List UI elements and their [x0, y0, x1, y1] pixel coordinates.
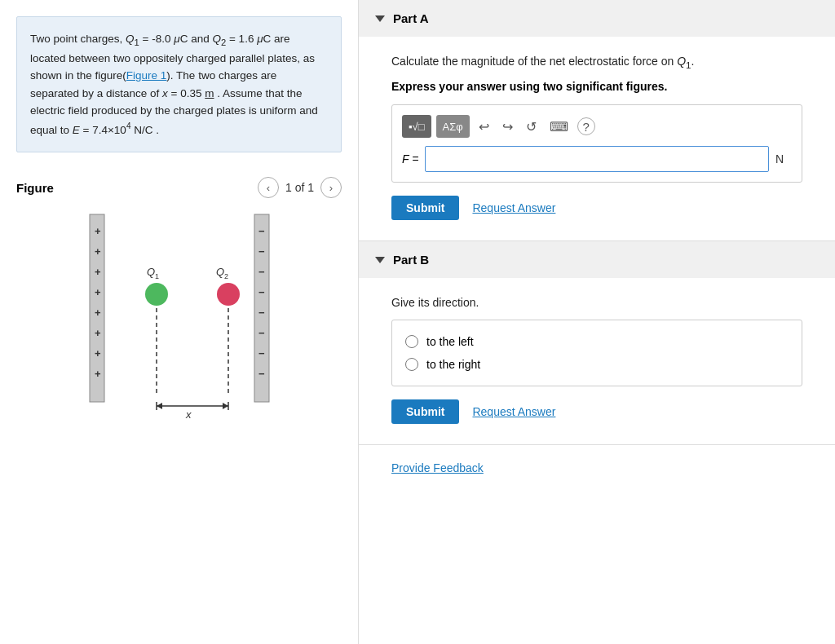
math-template-button[interactable]: ▪√□ [402, 115, 431, 138]
svg-text:+: + [95, 327, 101, 339]
part-b-title: Part B [393, 253, 429, 267]
part-b-submit-row: Submit Request Answer [391, 399, 802, 424]
feedback-section: Provide Feedback [359, 445, 835, 491]
part-a-answer-input[interactable] [425, 146, 769, 172]
svg-text:Q: Q [216, 266, 224, 278]
part-a-header[interactable]: Part A [359, 0, 835, 37]
svg-text:−: − [258, 266, 265, 278]
svg-text:Q: Q [147, 266, 155, 278]
part-b-option-left-label: to the left [426, 335, 474, 348]
svg-text:+: + [95, 307, 101, 319]
part-b-radio-right[interactable] [405, 358, 418, 371]
part-b-option-right-label: to the right [426, 358, 480, 371]
part-a-content: Calculate the magnitude of the net elect… [359, 37, 835, 240]
svg-text:−: − [258, 307, 265, 319]
math-template-icon: ▪√□ [409, 121, 425, 133]
part-a-answer-box: ▪√□ AΣφ ↩ ↪ ↺ ⌨ ? F = N [391, 104, 802, 183]
svg-marker-29 [223, 403, 228, 409]
figure-nav: ‹ 1 of 1 › [258, 177, 342, 198]
part-a-collapse-icon [375, 15, 385, 22]
figure-link[interactable]: Figure 1 [126, 69, 167, 82]
svg-text:+: + [95, 368, 101, 380]
figure-next-button[interactable]: › [320, 177, 342, 198]
part-a-submit-button[interactable]: Submit [391, 196, 459, 220]
figure-title: Figure [16, 181, 54, 195]
provide-feedback-button[interactable]: Provide Feedback [391, 461, 484, 474]
part-a-input-row: F = N [402, 146, 792, 172]
part-b-option-right[interactable]: to the right [405, 353, 789, 376]
svg-text:+: + [95, 286, 101, 298]
svg-text:+: + [95, 245, 101, 258]
svg-text:−: − [258, 225, 265, 237]
part-a-toolbar: ▪√□ AΣφ ↩ ↪ ↺ ⌨ ? [402, 115, 792, 138]
keyboard-button[interactable]: ⌨ [546, 117, 572, 136]
figure-prev-button[interactable]: ‹ [258, 177, 279, 198]
svg-text:+: + [95, 347, 101, 359]
part-a-request-answer-button[interactable]: Request Answer [472, 201, 555, 214]
part-b-header[interactable]: Part B [359, 241, 835, 278]
part-a-section: Part A Calculate the magnitude of the ne… [359, 0, 835, 241]
part-b-content: Give its direction. to the left to the r… [359, 278, 835, 444]
part-b-collapse-icon [375, 257, 385, 263]
svg-point-23 [217, 283, 240, 306]
figure-header: Figure ‹ 1 of 1 › [16, 177, 342, 198]
left-panel: Two point charges, Q1 = -8.0 μC and Q2 =… [0, 0, 359, 644]
part-a-submit-row: Submit Request Answer [391, 196, 802, 220]
help-button[interactable]: ? [577, 117, 595, 135]
svg-text:+: + [95, 266, 101, 278]
figure-count: 1 of 1 [285, 181, 314, 194]
svg-point-22 [145, 283, 168, 306]
refresh-button[interactable]: ↺ [522, 117, 541, 136]
part-b-request-answer-button[interactable]: Request Answer [472, 405, 555, 418]
part-b-submit-button[interactable]: Submit [391, 399, 459, 424]
symbol-icon: AΣφ [443, 121, 463, 133]
svg-text:−: − [258, 368, 265, 380]
svg-text:2: 2 [224, 272, 228, 280]
part-b-options-box: to the left to the right [391, 320, 802, 386]
part-a-unit: N [775, 152, 792, 165]
part-a-question: Calculate the magnitude of the net elect… [391, 53, 802, 72]
redo-button[interactable]: ↪ [498, 117, 517, 136]
undo-button[interactable]: ↩ [475, 117, 493, 136]
part-a-instruction: Express your answer using two significan… [391, 80, 802, 93]
svg-text:x: x [185, 408, 192, 418]
symbol-button[interactable]: AΣφ [436, 115, 470, 138]
part-b-radio-left[interactable] [405, 335, 418, 348]
svg-text:−: − [258, 327, 265, 339]
part-b-section: Part B Give its direction. to the left t… [359, 241, 835, 445]
part-b-option-left[interactable]: to the left [405, 330, 789, 353]
part-b-question: Give its direction. [391, 294, 802, 311]
part-a-title: Part A [393, 11, 429, 25]
svg-text:1: 1 [155, 272, 159, 280]
svg-text:−: − [258, 347, 265, 359]
figure-section: Figure ‹ 1 of 1 › + + + + + + + + [16, 177, 342, 434]
right-panel: Part A Calculate the magnitude of the ne… [359, 0, 835, 644]
figure-image: + + + + + + + + − − − − − − − − Q [24, 206, 334, 434]
part-a-answer-label: F = [402, 152, 418, 165]
figure-svg: + + + + + + + + − − − − − − − − Q [65, 206, 294, 418]
problem-text: Two point charges, Q1 = -8.0 μC and Q2 =… [16, 16, 342, 152]
svg-text:−: − [258, 245, 265, 258]
svg-marker-30 [157, 403, 162, 409]
svg-text:+: + [95, 225, 101, 237]
svg-text:−: − [258, 286, 265, 298]
